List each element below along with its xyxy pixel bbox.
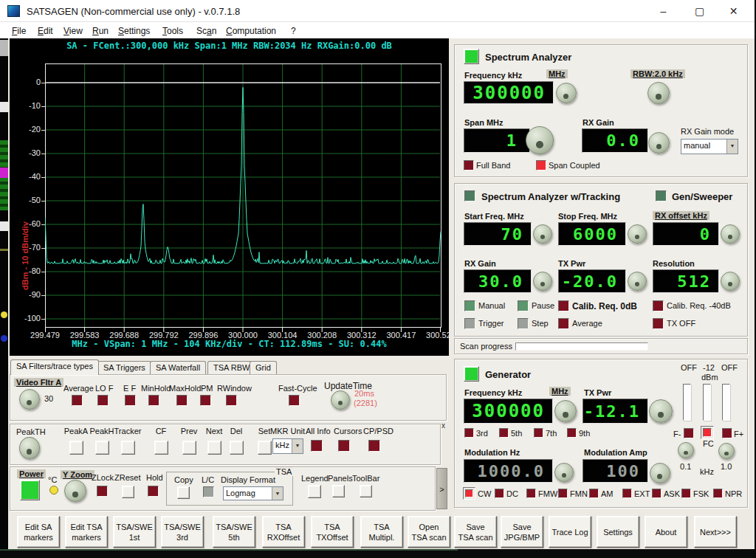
mode-cw-checkbox[interactable] <box>465 489 473 497</box>
toolbar-button[interactable]: Edit TSA markers <box>65 516 108 548</box>
gen-mhz-button[interactable]: MHz <box>549 387 571 396</box>
stop-freq-display[interactable]: 6000 <box>558 222 626 246</box>
peaka-button[interactable] <box>69 441 83 455</box>
manual-checkbox[interactable] <box>464 300 475 311</box>
menu-computation[interactable]: Computation <box>222 24 280 38</box>
mkr-unit-select[interactable]: kHz ▼ <box>272 438 303 454</box>
toolbar-button[interactable]: TSA Multipl. <box>360 516 403 548</box>
gen-txpwr-display[interactable]: -12.1 <box>583 399 648 424</box>
sa-rxgain-knob[interactable] <box>648 132 670 154</box>
yzoom-button[interactable]: Y Zoom <box>61 470 94 479</box>
gen-txpwr-knob[interactable] <box>649 399 673 423</box>
pm-checkbox[interactable] <box>200 395 211 406</box>
pause-checkbox[interactable] <box>518 300 529 311</box>
toolbar-button[interactable]: TSA RXOffset <box>262 516 305 548</box>
tracking-txpwr-knob[interactable] <box>628 272 647 291</box>
f-plus-checkbox[interactable] <box>722 428 732 438</box>
toolbar-button[interactable]: TSA/SWE 3rd <box>161 516 204 548</box>
lof-checkbox[interactable] <box>97 395 109 406</box>
f-minus-checkbox[interactable] <box>684 428 694 438</box>
sa-span-knob[interactable] <box>526 126 554 154</box>
update-time-knob[interactable] <box>331 390 350 410</box>
cf-button[interactable] <box>154 441 168 455</box>
harmonic-7th-checkbox[interactable] <box>534 428 543 438</box>
menu-tools[interactable]: Tools <box>159 24 187 38</box>
cppsd-checkbox[interactable] <box>368 440 380 452</box>
sa-span-display[interactable]: 1 <box>464 128 530 153</box>
markers-close-icon[interactable]: x <box>441 421 445 430</box>
gen-frequency-knob[interactable] <box>554 400 577 422</box>
level-slider-left[interactable] <box>683 384 691 421</box>
mode-dc-checkbox[interactable] <box>495 489 504 498</box>
toolbar-button[interactable]: Trace Log <box>549 516 591 548</box>
step-checkbox[interactable] <box>518 318 529 329</box>
resolution-display[interactable]: 512 <box>653 269 719 293</box>
mode-npr-checkbox[interactable] <box>713 489 723 498</box>
chevron-down-icon[interactable]: ▼ <box>726 140 738 154</box>
peakth-knob[interactable] <box>19 437 40 459</box>
spectrum-trace-canvas[interactable] <box>45 63 441 334</box>
mode-ext-checkbox[interactable] <box>622 489 632 498</box>
fc-checkbox-box[interactable] <box>701 426 714 439</box>
sa-rbw-knob[interactable] <box>647 82 670 104</box>
mode-fmn-checkbox[interactable] <box>558 489 568 498</box>
harmonic-3rd-checkbox[interactable] <box>464 428 474 438</box>
modulation-amp-knob[interactable] <box>650 463 670 483</box>
gen-sweeper-led[interactable] <box>656 190 667 202</box>
tracker-button[interactable] <box>121 441 135 455</box>
harmonic-5th-checkbox[interactable] <box>499 428 509 438</box>
average-checkbox[interactable] <box>558 318 569 329</box>
sa-mhz-button[interactable]: MHz <box>546 69 568 78</box>
sa-rxgain-display[interactable]: 0.0 <box>582 128 648 153</box>
all-info-checkbox[interactable] <box>311 440 323 452</box>
cursors-checkbox[interactable] <box>338 440 350 452</box>
menu-run[interactable]: Run <box>89 24 112 38</box>
expand-arrow[interactable]: > <box>436 468 447 509</box>
hold-checkbox[interactable] <box>148 486 159 497</box>
menu-scan[interactable]: Scan <box>193 24 220 38</box>
sa-span-coupled-checkbox[interactable] <box>536 160 546 170</box>
video-filter-button[interactable]: Video Fltr A <box>14 378 63 387</box>
mode-am-checkbox[interactable] <box>589 489 599 498</box>
set-button[interactable] <box>258 441 272 455</box>
del-button[interactable] <box>230 441 244 455</box>
calib-40db-checkbox[interactable] <box>653 300 664 311</box>
mode-fsk-checkbox[interactable] <box>681 489 691 498</box>
rx-offset-button[interactable]: RX offset kHz <box>653 211 709 220</box>
fast-cycle-checkbox[interactable] <box>289 395 300 406</box>
step-small-knob[interactable] <box>678 442 694 458</box>
maxhold-checkbox[interactable] <box>176 395 188 406</box>
display-format-select[interactable]: Logmag ▼ <box>223 486 284 500</box>
mode-fmw-checkbox[interactable] <box>526 489 536 498</box>
sa-frequency-knob[interactable] <box>556 83 577 103</box>
sa-full-band-checkbox[interactable] <box>464 160 474 170</box>
gen-frequency-display[interactable]: 300000 <box>464 399 553 424</box>
level-slider-center[interactable] <box>703 384 711 421</box>
tracking-rxgain-knob[interactable] <box>533 272 552 291</box>
tx-off-checkbox[interactable] <box>653 318 664 329</box>
tracking-power-led[interactable] <box>464 190 475 202</box>
chevron-down-icon[interactable]: ▼ <box>292 439 303 453</box>
tab-sa-triggers[interactable]: SA Triggers <box>97 361 151 375</box>
generator-power-led[interactable] <box>464 366 479 382</box>
tracking-rxgain-display[interactable]: 30.0 <box>464 269 532 293</box>
menu-view[interactable]: View <box>60 24 86 38</box>
toolbar-button[interactable]: TSA/SWE 5th <box>213 516 255 548</box>
maximize-button[interactable]: ▢ <box>683 0 716 22</box>
menu-file[interactable]: File <box>8 24 30 38</box>
minimize-button[interactable]: – <box>647 0 680 22</box>
trigger-checkbox[interactable] <box>464 318 475 329</box>
step-big-knob[interactable] <box>718 443 735 459</box>
sa-rbw-button[interactable]: RBW:2.0 kHz <box>630 69 685 78</box>
zlock-checkbox[interactable] <box>97 486 108 497</box>
resolution-knob[interactable] <box>721 272 740 291</box>
modulation-amp-display[interactable]: 100 <box>583 459 648 483</box>
minhold-checkbox[interactable] <box>148 395 159 406</box>
modulation-hz-knob[interactable] <box>554 463 574 482</box>
toolbar-button[interactable] <box>360 485 372 497</box>
tab-grid[interactable]: Grid <box>250 361 277 375</box>
toolbar-button[interactable]: Open TSA scan <box>408 516 450 548</box>
rx-offset-knob[interactable] <box>721 224 740 244</box>
mode-ask-checkbox[interactable] <box>652 489 662 498</box>
sa-frequency-display[interactable]: 300000 <box>464 81 554 104</box>
